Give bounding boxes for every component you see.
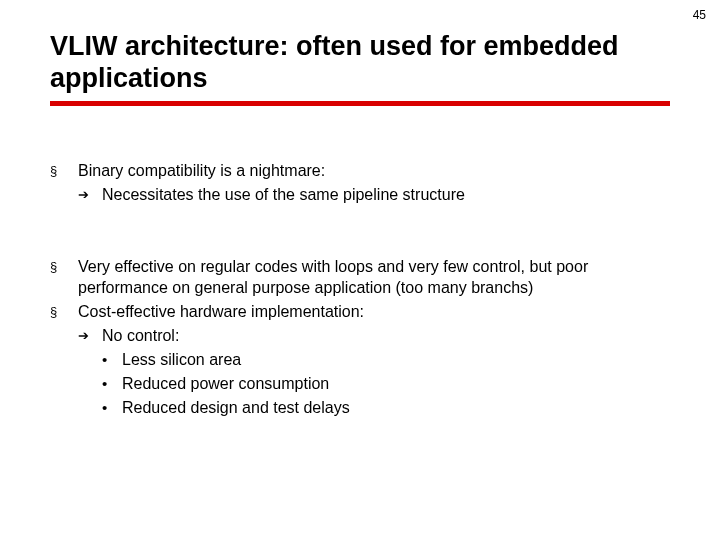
slide-title: VLIW architecture: often used for embedd… bbox=[50, 30, 670, 95]
bullet-text: Reduced design and test delays bbox=[122, 397, 670, 419]
sub-sub-bullet-item: • Less silicon area bbox=[102, 349, 670, 371]
sub-bullet-item: ➔ No control: bbox=[78, 325, 670, 347]
bullet-block-2: § Very effective on regular codes with l… bbox=[50, 256, 670, 419]
sub-sub-bullet-item: • Reduced design and test delays bbox=[102, 397, 670, 419]
bullet-text: No control: bbox=[102, 325, 670, 347]
bullet-item: § Very effective on regular codes with l… bbox=[50, 256, 670, 299]
bullet-text: Very effective on regular codes with loo… bbox=[78, 256, 670, 299]
section-bullet-icon: § bbox=[50, 160, 78, 182]
dot-bullet-icon: • bbox=[102, 349, 122, 371]
bullet-item: § Binary compatibility is a nightmare: bbox=[50, 160, 670, 182]
bullet-item: § Cost-effective hardware implementation… bbox=[50, 301, 670, 323]
bullet-text: Less silicon area bbox=[122, 349, 670, 371]
title-underline bbox=[50, 101, 670, 106]
bullet-text: Necessitates the use of the same pipelin… bbox=[102, 184, 670, 206]
bullet-block-1: § Binary compatibility is a nightmare: ➔… bbox=[50, 160, 670, 206]
bullet-text: Reduced power consumption bbox=[122, 373, 670, 395]
bullet-text: Binary compatibility is a nightmare: bbox=[78, 160, 670, 182]
slide: VLIW architecture: often used for embedd… bbox=[0, 0, 720, 419]
arrow-right-icon: ➔ bbox=[78, 325, 102, 347]
dot-bullet-icon: • bbox=[102, 373, 122, 395]
page-number: 45 bbox=[693, 8, 706, 22]
sub-sub-bullet-item: • Reduced power consumption bbox=[102, 373, 670, 395]
section-bullet-icon: § bbox=[50, 256, 78, 299]
bullet-text: Cost-effective hardware implementation: bbox=[78, 301, 670, 323]
slide-body: § Binary compatibility is a nightmare: ➔… bbox=[50, 120, 670, 419]
arrow-right-icon: ➔ bbox=[78, 184, 102, 206]
section-bullet-icon: § bbox=[50, 301, 78, 323]
sub-bullet-item: ➔ Necessitates the use of the same pipel… bbox=[78, 184, 670, 206]
dot-bullet-icon: • bbox=[102, 397, 122, 419]
